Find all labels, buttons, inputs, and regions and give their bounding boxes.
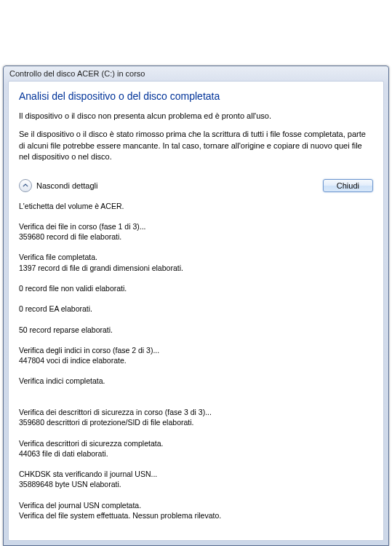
content-panel: Analisi del dispositivo o del disco comp… <box>8 81 384 541</box>
close-button[interactable]: Chiudi <box>323 179 373 192</box>
toggle-details-button[interactable]: Nascondi dettagli <box>19 179 97 192</box>
dialog-heading: Analisi del dispositivo o del disco comp… <box>19 90 373 102</box>
summary-line-1: Il dispositivo o il disco non presenta a… <box>19 111 373 122</box>
chkdsk-log: L'etichetta del volume è ACER. Verifica … <box>19 201 373 531</box>
toggle-details-label: Nascondi dettagli <box>36 181 97 190</box>
dialog-window: Controllo del disco ACER (C:) in corso A… <box>3 66 389 546</box>
summary-line-2: Se il dispositivo o il disco è stato rim… <box>19 129 373 162</box>
window-title: Controllo del disco ACER (C:) in corso <box>9 69 145 78</box>
titlebar: Controllo del disco ACER (C:) in corso <box>4 66 388 81</box>
details-bar: Nascondi dettagli Chiudi <box>19 178 373 192</box>
chevron-up-icon <box>19 179 32 192</box>
summary-text: Il dispositivo o il disco non presenta a… <box>19 111 373 170</box>
